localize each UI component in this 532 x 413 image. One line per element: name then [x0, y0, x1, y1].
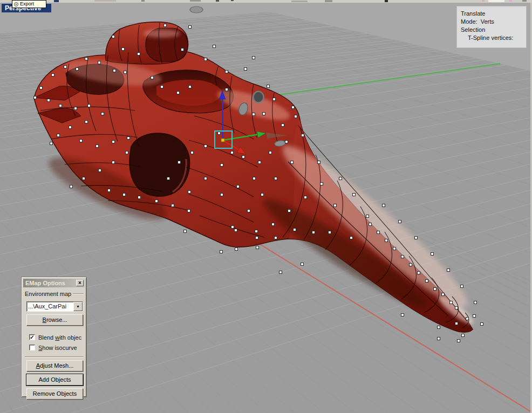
control-point[interactable] — [418, 272, 420, 274]
control-point[interactable] — [138, 53, 140, 56]
control-point[interactable] — [450, 301, 453, 304]
control-point[interactable] — [64, 66, 67, 68]
control-point[interactable] — [226, 88, 228, 91]
control-point[interactable] — [172, 204, 174, 207]
control-point[interactable] — [334, 204, 337, 207]
control-point[interactable] — [204, 58, 207, 61]
control-point[interactable] — [69, 126, 72, 129]
control-point[interactable] — [434, 288, 436, 291]
control-point[interactable] — [226, 71, 228, 73]
control-point[interactable] — [85, 58, 88, 60]
control-point[interactable] — [34, 97, 37, 99]
control-point[interactable] — [481, 323, 483, 326]
control-point[interactable] — [401, 256, 404, 258]
control-point[interactable] — [184, 230, 187, 233]
control-point[interactable] — [88, 105, 91, 107]
control-point[interactable] — [164, 24, 167, 27]
control-point[interactable] — [235, 229, 237, 232]
dialog-titlebar[interactable]: EMap Options × — [23, 279, 85, 287]
isocurve-checkbox[interactable] — [29, 345, 35, 350]
control-point[interactable] — [191, 152, 194, 154]
control-point[interactable] — [155, 200, 158, 203]
control-point[interactable] — [220, 251, 223, 253]
control-point[interactable] — [253, 177, 256, 180]
chevron-down-icon[interactable]: ▼ — [73, 302, 83, 311]
control-point[interactable] — [438, 326, 440, 329]
control-point[interactable] — [302, 134, 304, 137]
control-point[interactable] — [85, 121, 88, 123]
control-point[interactable] — [272, 223, 275, 226]
control-point[interactable] — [288, 210, 291, 212]
control-point[interactable] — [189, 26, 192, 29]
control-point[interactable] — [151, 77, 154, 79]
control-point[interactable] — [127, 137, 130, 140]
control-point[interactable] — [50, 142, 53, 145]
control-point[interactable] — [76, 68, 79, 71]
control-point[interactable] — [188, 210, 190, 212]
control-point[interactable] — [399, 221, 401, 223]
control-point[interactable] — [282, 124, 284, 127]
control-point[interactable] — [248, 210, 250, 212]
control-point[interactable] — [466, 318, 469, 320]
control-point[interactable] — [455, 307, 458, 309]
control-point[interactable] — [401, 314, 404, 316]
control-point[interactable] — [312, 231, 315, 234]
control-point[interactable] — [181, 49, 184, 51]
show-isocurve-row[interactable]: Show isocurve — [29, 343, 84, 352]
control-point[interactable] — [269, 152, 272, 154]
control-point[interactable] — [458, 340, 460, 342]
control-point[interactable] — [235, 248, 238, 251]
control-point[interactable] — [138, 196, 141, 199]
control-point[interactable] — [112, 161, 115, 164]
control-point[interactable] — [329, 231, 331, 234]
adjust-mesh-button[interactable]: Adjust Mesh... — [26, 360, 83, 371]
control-point[interactable] — [99, 169, 101, 172]
control-point[interactable] — [237, 185, 240, 188]
browse-button[interactable]: Browse... — [26, 314, 83, 326]
control-point[interactable] — [177, 92, 180, 94]
control-point[interactable] — [350, 237, 353, 239]
blend-checkbox[interactable]: ✓ — [29, 334, 35, 340]
control-point[interactable] — [410, 264, 412, 266]
control-point[interactable] — [275, 177, 277, 180]
control-point[interactable] — [108, 189, 111, 192]
control-point[interactable] — [304, 196, 307, 199]
control-point[interactable] — [339, 177, 342, 180]
control-point[interactable] — [255, 230, 258, 233]
control-point[interactable] — [204, 145, 207, 148]
control-point[interactable] — [438, 338, 440, 340]
control-point[interactable] — [253, 113, 255, 116]
control-point[interactable] — [473, 315, 476, 318]
control-point[interactable] — [242, 156, 245, 159]
control-point[interactable] — [295, 115, 297, 118]
control-point[interactable] — [393, 247, 396, 250]
control-point[interactable] — [273, 98, 276, 101]
control-point[interactable] — [353, 194, 356, 196]
control-point[interactable] — [442, 293, 445, 296]
control-point[interactable] — [279, 271, 282, 274]
control-point[interactable] — [462, 334, 465, 337]
control-point[interactable] — [256, 246, 259, 249]
environment-map-combobox[interactable]: ...\Aux_CarPai ▼ — [26, 301, 83, 312]
control-point[interactable] — [431, 253, 434, 256]
control-point[interactable] — [188, 191, 191, 194]
control-point[interactable] — [124, 71, 127, 74]
control-point[interactable] — [320, 183, 323, 185]
control-point[interactable] — [113, 70, 116, 72]
translate-z-arrow-shaft[interactable] — [222, 99, 223, 140]
blend-with-object-row[interactable]: ✓ Blend with objec — [29, 333, 84, 341]
control-point[interactable] — [285, 141, 288, 143]
control-point[interactable] — [366, 215, 369, 218]
control-point[interactable] — [291, 161, 294, 164]
control-point[interactable] — [369, 223, 372, 226]
control-point[interactable] — [301, 263, 304, 266]
control-point[interactable] — [267, 85, 270, 88]
add-objects-button[interactable]: Add Objects — [26, 374, 83, 386]
control-point[interactable] — [385, 239, 388, 242]
control-point[interactable] — [426, 280, 428, 283]
control-point[interactable] — [98, 61, 101, 64]
control-point[interactable] — [455, 322, 458, 325]
control-point[interactable] — [294, 229, 296, 231]
control-point[interactable] — [275, 237, 277, 239]
control-point[interactable] — [178, 161, 181, 164]
